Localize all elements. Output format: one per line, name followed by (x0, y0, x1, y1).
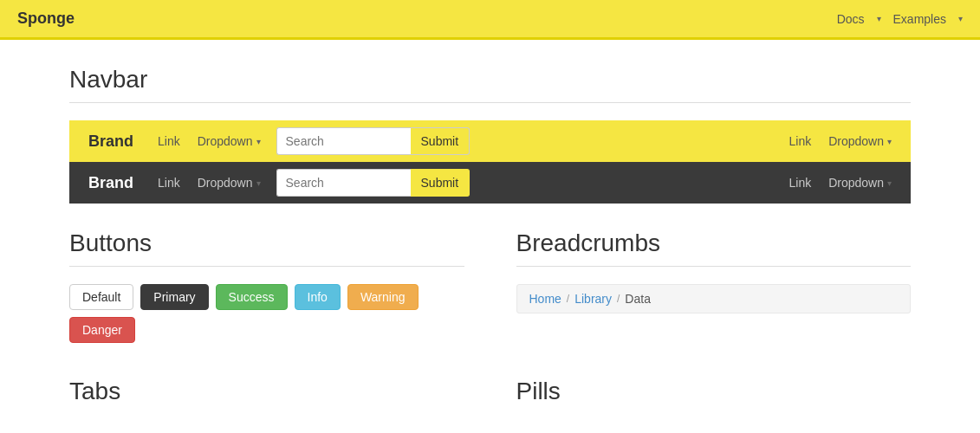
yellow-dropdown-arrow: ▾ (256, 137, 261, 146)
btn-default[interactable]: Default (69, 284, 133, 310)
breadcrumb-home[interactable]: Home (529, 292, 561, 306)
top-navbar: Sponge Docs ▾ Examples ▾ (0, 0, 980, 40)
btn-warning[interactable]: Warning (347, 284, 419, 310)
buttons-row: Default Primary Success Info Warning Dan… (69, 284, 464, 343)
btn-danger[interactable]: Danger (69, 317, 135, 343)
dark-nav-right-dropdown[interactable]: Dropdown ▾ (820, 172, 900, 193)
dark-nav-dropdown[interactable]: Dropdown ▾ (189, 172, 269, 193)
yellow-nav-brand[interactable]: Brand (80, 132, 142, 151)
demo-navbar-dark: Brand Link Dropdown ▾ Submit Link Dropdo… (69, 162, 911, 204)
yellow-search-input[interactable] (276, 127, 411, 155)
dark-search-input[interactable] (276, 169, 411, 197)
yellow-submit-button[interactable]: Submit (411, 127, 471, 155)
dark-nav-brand[interactable]: Brand (80, 174, 142, 192)
tabs-section-title: Tabs (69, 378, 464, 405)
breadcrumbs-section-title: Breadcrumbs (516, 229, 912, 257)
yellow-nav-right: Link Dropdown ▾ (780, 131, 900, 152)
btn-primary[interactable]: Primary (140, 284, 208, 310)
demo-navbar-yellow: Brand Link Dropdown ▾ Submit Link Dropdo… (69, 120, 911, 162)
breadcrumb-bar: Home / Library / Data (516, 284, 912, 313)
navbar-divider (69, 102, 911, 103)
yellow-nav-right-link[interactable]: Link (780, 131, 820, 152)
breadcrumbs-divider (516, 266, 912, 267)
breadcrumb-sep-2: / (617, 293, 620, 305)
yellow-nav-right-dropdown[interactable]: Dropdown ▾ (820, 131, 900, 152)
breadcrumb-data: Data (625, 292, 651, 306)
pills-section-title: Pills (516, 378, 912, 405)
btn-info[interactable]: Info (295, 284, 341, 310)
docs-dropdown-arrow: ▾ (877, 14, 881, 23)
navbar-section-title: Navbar (69, 66, 911, 94)
breadcrumb-sep-1: / (567, 293, 569, 305)
buttons-divider (69, 266, 464, 267)
pills-section: Pills (516, 378, 912, 414)
yellow-search-form: Submit (276, 127, 471, 155)
examples-link[interactable]: Examples (885, 9, 955, 29)
buttons-section: Buttons Default Primary Success Info War… (69, 229, 464, 343)
dark-submit-button[interactable]: Submit (411, 169, 471, 197)
breadcrumb-library[interactable]: Library (574, 292, 612, 306)
breadcrumbs-section: Breadcrumbs Home / Library / Data (516, 229, 912, 343)
tabs-section: Tabs (69, 378, 464, 414)
docs-link[interactable]: Docs (828, 9, 873, 29)
top-navbar-right: Docs ▾ Examples ▾ (828, 9, 963, 29)
dark-nav-right: Link Dropdown ▾ (780, 172, 900, 193)
bottom-row: Tabs Pills (69, 378, 911, 414)
top-navbar-brand: Sponge (17, 10, 75, 28)
two-col-section: Buttons Default Primary Success Info War… (69, 229, 911, 343)
dark-nav-link[interactable]: Link (149, 172, 189, 193)
yellow-nav-link[interactable]: Link (149, 131, 189, 152)
dark-nav-right-link[interactable]: Link (780, 172, 820, 193)
buttons-section-title: Buttons (69, 229, 464, 257)
main-content: Navbar Brand Link Dropdown ▾ Submit Link… (0, 40, 980, 433)
dark-dropdown-arrow: ▾ (256, 178, 261, 188)
yellow-right-dropdown-arrow: ▾ (887, 137, 892, 146)
btn-success[interactable]: Success (216, 284, 288, 310)
dark-search-form: Submit (276, 169, 471, 197)
dark-right-dropdown-arrow: ▾ (887, 178, 892, 188)
yellow-nav-dropdown[interactable]: Dropdown ▾ (189, 131, 269, 152)
examples-dropdown-arrow: ▾ (958, 14, 963, 23)
